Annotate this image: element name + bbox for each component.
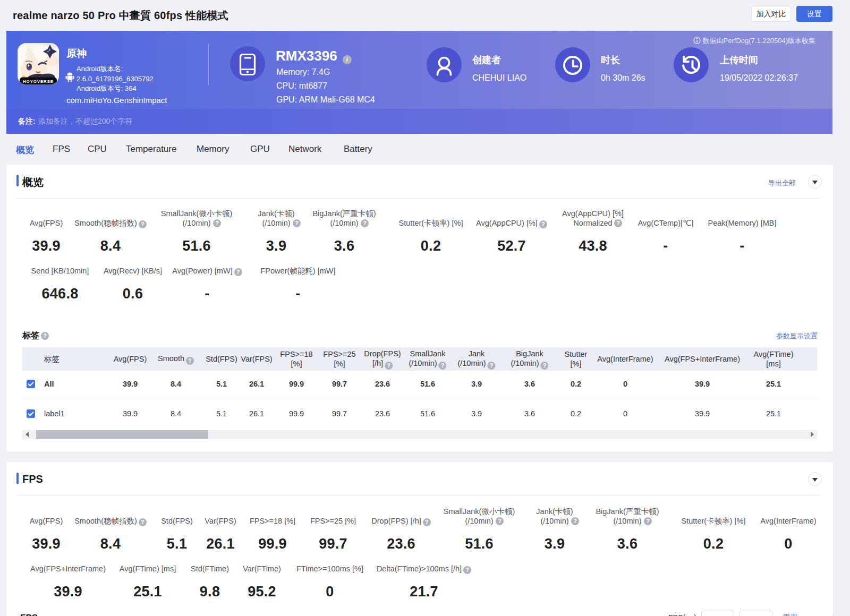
svg-text:HOYOVERSE: HOYOVERSE	[23, 79, 54, 84]
